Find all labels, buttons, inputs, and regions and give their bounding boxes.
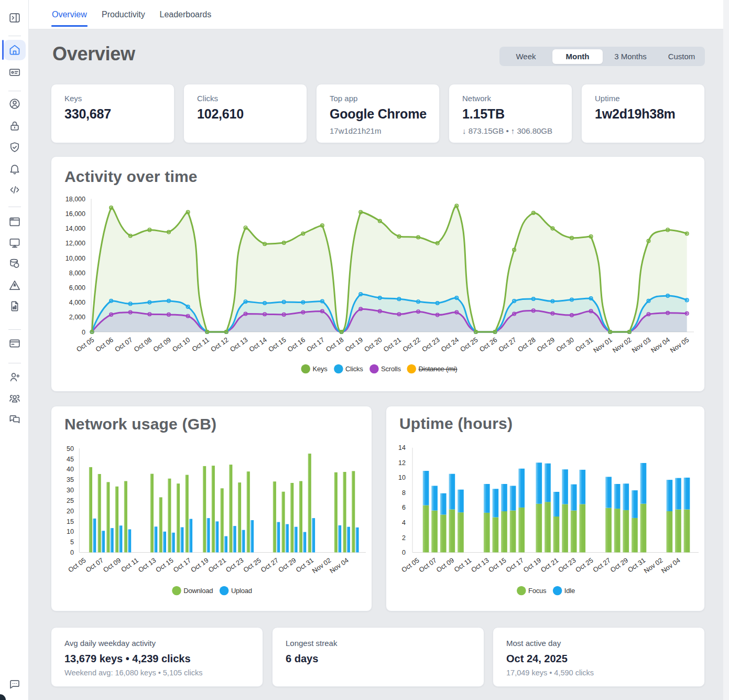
svg-text:Oct 29: Oct 29 <box>277 556 297 574</box>
svg-text:Oct 23: Oct 23 <box>224 556 245 574</box>
svg-text:Oct 19: Oct 19 <box>344 336 364 353</box>
svg-text:Oct 17: Oct 17 <box>504 556 525 574</box>
svg-text:Oct 22: Oct 22 <box>401 336 421 353</box>
svg-text:6,000: 6,000 <box>69 284 85 292</box>
svg-text:Scrolls: Scrolls <box>381 365 401 373</box>
svg-text:Oct 17: Oct 17 <box>172 556 192 574</box>
svg-text:2: 2 <box>402 534 406 542</box>
svg-text:Nov 02: Nov 02 <box>643 556 665 575</box>
svg-text:Oct 07: Oct 07 <box>84 556 105 574</box>
svg-text:Nov 05: Nov 05 <box>669 336 691 354</box>
svg-text:Clicks: Clicks <box>345 365 363 373</box>
svg-text:Oct 08: Oct 08 <box>133 336 153 353</box>
svg-text:Nov 03: Nov 03 <box>630 336 652 354</box>
svg-text:Oct 13: Oct 13 <box>137 556 157 574</box>
svg-text:Oct 09: Oct 09 <box>151 336 172 353</box>
svg-text:Oct 25: Oct 25 <box>459 336 479 353</box>
svg-text:Oct 31: Oct 31 <box>295 556 315 574</box>
svg-text:Oct 06: Oct 06 <box>94 336 114 353</box>
svg-text:Oct 23: Oct 23 <box>420 336 441 353</box>
svg-text:Oct 25: Oct 25 <box>574 556 594 574</box>
svg-text:Nov 01: Nov 01 <box>592 336 614 354</box>
svg-text:Nov 02: Nov 02 <box>311 556 333 575</box>
svg-text:Focus: Focus <box>528 587 547 595</box>
svg-text:Oct 26: Oct 26 <box>478 336 498 353</box>
svg-text:Nov 04: Nov 04 <box>660 556 682 575</box>
svg-text:15: 15 <box>67 518 74 525</box>
svg-text:45: 45 <box>67 456 74 463</box>
svg-text:Oct 05: Oct 05 <box>75 336 95 353</box>
svg-text:Upload: Upload <box>231 587 252 595</box>
svg-text:Oct 21: Oct 21 <box>382 336 402 353</box>
svg-text:0: 0 <box>402 549 406 556</box>
svg-text:Oct 05: Oct 05 <box>400 556 420 574</box>
svg-text:10: 10 <box>398 474 406 481</box>
svg-text:Oct 21: Oct 21 <box>207 556 227 574</box>
svg-text:Oct 12: Oct 12 <box>209 336 230 353</box>
svg-text:4,000: 4,000 <box>69 299 85 306</box>
svg-text:35: 35 <box>67 476 74 483</box>
svg-text:Oct 27: Oct 27 <box>259 556 280 574</box>
svg-text:4: 4 <box>402 519 406 526</box>
svg-text:Oct 20: Oct 20 <box>363 336 383 353</box>
svg-text:18,000: 18,000 <box>66 196 85 203</box>
svg-text:5: 5 <box>70 539 74 546</box>
svg-text:10: 10 <box>67 528 74 535</box>
svg-text:Oct 29: Oct 29 <box>536 336 556 353</box>
svg-text:Distance (mi): Distance (mi) <box>419 365 458 373</box>
svg-text:Oct 11: Oct 11 <box>119 556 140 574</box>
svg-text:30: 30 <box>67 487 74 494</box>
svg-text:16,000: 16,000 <box>66 210 85 218</box>
svg-text:Oct 13: Oct 13 <box>229 336 249 353</box>
svg-text:12,000: 12,000 <box>66 240 85 247</box>
svg-text:Oct 17: Oct 17 <box>305 336 325 353</box>
svg-text:10,000: 10,000 <box>66 255 85 262</box>
svg-text:Oct 27: Oct 27 <box>591 556 612 574</box>
svg-text:Oct 18: Oct 18 <box>324 336 345 353</box>
svg-text:Oct 15: Oct 15 <box>487 556 507 574</box>
svg-text:Download: Download <box>183 587 213 595</box>
svg-text:Oct 15: Oct 15 <box>267 336 287 353</box>
svg-text:Oct 19: Oct 19 <box>189 556 210 574</box>
svg-text:20: 20 <box>67 508 74 515</box>
svg-text:Keys: Keys <box>313 365 328 373</box>
svg-text:Oct 14: Oct 14 <box>247 336 268 353</box>
svg-text:Idle: Idle <box>564 587 575 595</box>
svg-text:Oct 28: Oct 28 <box>516 336 537 353</box>
svg-text:Oct 11: Oct 11 <box>453 556 473 574</box>
svg-text:2,000: 2,000 <box>69 314 85 321</box>
svg-text:Nov 04: Nov 04 <box>328 556 350 575</box>
svg-text:Nov 04: Nov 04 <box>649 336 671 354</box>
svg-text:0: 0 <box>70 549 74 556</box>
svg-text:25: 25 <box>67 497 74 504</box>
svg-text:8: 8 <box>402 489 406 497</box>
svg-text:8,000: 8,000 <box>69 270 85 277</box>
svg-text:6: 6 <box>402 504 406 511</box>
svg-text:Oct 30: Oct 30 <box>554 336 575 353</box>
svg-text:Oct 11: Oct 11 <box>190 336 211 353</box>
svg-text:Oct 23: Oct 23 <box>557 556 577 574</box>
svg-text:Oct 19: Oct 19 <box>522 556 542 574</box>
svg-text:Oct 25: Oct 25 <box>242 556 262 574</box>
svg-text:Oct 07: Oct 07 <box>417 556 438 574</box>
svg-text:0: 0 <box>82 329 85 336</box>
svg-text:Oct 24: Oct 24 <box>440 336 460 353</box>
svg-text:14,000: 14,000 <box>66 225 85 232</box>
svg-text:Oct 29: Oct 29 <box>609 556 629 574</box>
svg-text:Oct 31: Oct 31 <box>626 556 647 574</box>
svg-text:Oct 10: Oct 10 <box>171 336 191 353</box>
svg-text:Oct 09: Oct 09 <box>435 556 455 574</box>
svg-text:Oct 16: Oct 16 <box>286 336 307 353</box>
svg-text:12: 12 <box>398 459 406 467</box>
svg-text:Oct 21: Oct 21 <box>539 556 560 574</box>
svg-text:Oct 27: Oct 27 <box>497 336 517 353</box>
svg-text:Oct 09: Oct 09 <box>102 556 122 574</box>
svg-text:Oct 31: Oct 31 <box>574 336 594 353</box>
svg-text:Oct 07: Oct 07 <box>113 336 134 353</box>
svg-text:Oct 15: Oct 15 <box>154 556 175 574</box>
svg-text:50: 50 <box>67 445 74 453</box>
svg-text:Oct 13: Oct 13 <box>470 556 490 574</box>
svg-text:Oct 05: Oct 05 <box>67 556 87 574</box>
svg-text:14: 14 <box>398 444 406 451</box>
svg-text:40: 40 <box>67 466 74 473</box>
